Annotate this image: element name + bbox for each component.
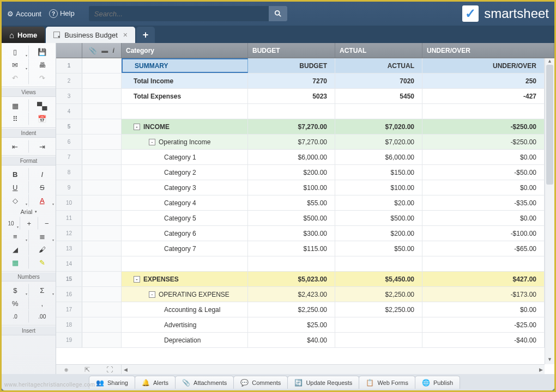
cell-budget[interactable]: $7,270.00 <box>248 119 335 134</box>
vertical-scrollbar[interactable]: ▲ ▼ <box>545 58 554 364</box>
tool-mail-icon[interactable]: ✉▾ <box>2 58 29 71</box>
scroll-thumb[interactable] <box>546 65 553 185</box>
cell-underover[interactable]: -$100.00 <box>422 226 545 241</box>
cell-category[interactable]: Depreciation <box>122 333 248 347</box>
cell-underover[interactable]: -$173.00 <box>422 287 545 302</box>
toggle-icon[interactable]: - <box>134 276 140 283</box>
view-card-icon[interactable]: ⠿ <box>2 112 29 125</box>
cell-actual[interactable]: $7,020.00 <box>335 134 422 149</box>
cell-underover[interactable]: -$25.00 <box>422 317 545 332</box>
search-button[interactable] <box>269 6 287 21</box>
cell-actual[interactable]: $200.00 <box>335 226 422 241</box>
cell-budget[interactable]: $55.00 <box>248 195 335 210</box>
thousands-icon[interactable]: , <box>29 297 56 310</box>
cell-category[interactable]: SUMMARY <box>122 58 248 73</box>
cell-underover[interactable] <box>422 104 545 119</box>
cell-budget[interactable]: $40.00 <box>248 333 335 347</box>
cell-actual[interactable]: 7020 <box>335 74 422 88</box>
cell-budget[interactable]: $100.00 <box>248 180 335 195</box>
grid-row[interactable]: 14 <box>56 256 545 272</box>
cell-actual[interactable]: $500.00 <box>335 211 422 225</box>
cell-category[interactable] <box>122 256 248 271</box>
decrease-decimal-icon[interactable]: .0 <box>2 310 29 323</box>
tab-sheet[interactable]: Business Budget × <box>46 27 135 43</box>
tab-webforms[interactable]: 📋Web Forms <box>359 376 415 389</box>
view-gantt-icon[interactable]: ▀▄ <box>29 99 56 112</box>
grid-row[interactable]: 13Category 7$115.00$50.00-$65.00 <box>56 241 545 256</box>
align-v-icon[interactable]: ≣▾ <box>29 230 56 243</box>
cell-actual[interactable]: ACTUAL <box>335 58 422 73</box>
grid-row[interactable]: 18Advertising$25.00-$25.00 <box>56 317 545 333</box>
cell-actual[interactable]: $20.00 <box>335 195 422 210</box>
cell-budget[interactable]: BUDGET <box>248 58 335 73</box>
grid-row[interactable]: 7Category 1$6,000.00$6,000.00$0.00 <box>56 150 545 165</box>
close-icon[interactable]: × <box>123 30 128 39</box>
horizontal-scrollbar[interactable]: ⎈ ⇱ ⛶ ◀ ▶ <box>56 364 545 374</box>
account-link[interactable]: Account <box>7 10 41 18</box>
tool-redo-icon[interactable]: ↷ <box>29 71 56 84</box>
cell-budget[interactable]: $5,023.00 <box>248 272 335 286</box>
scroll-left-icon[interactable]: ◀ <box>122 367 129 372</box>
cell-underover[interactable]: -$250.00 <box>422 134 545 149</box>
grid-row[interactable]: 16-OPERATING EXPENSE$2,423.00$2,250.00-$… <box>56 287 545 302</box>
sum-icon[interactable]: Σ▾ <box>29 284 56 297</box>
cell-budget[interactable]: $300.00 <box>248 226 335 241</box>
grid-row[interactable]: 15-EXPENSES$5,023.00$5,450.00$427.00 <box>56 272 545 287</box>
cell-budget[interactable]: $2,250.00 <box>248 302 335 317</box>
cell-budget[interactable]: $200.00 <box>248 165 335 180</box>
align-h-icon[interactable]: ≡▾ <box>2 230 29 243</box>
goto-icon[interactable]: ⎈ <box>64 366 68 373</box>
font-name-select[interactable]: Arial▾ <box>2 207 56 217</box>
cell-budget[interactable]: $6,000.00 <box>248 150 335 164</box>
cell-actual[interactable]: $50.00 <box>335 241 422 256</box>
cell-category[interactable]: -INCOME <box>122 119 248 134</box>
col-budget[interactable]: BUDGET <box>248 43 335 58</box>
scroll-right-icon[interactable]: ▶ <box>537 367 545 372</box>
cell-underover[interactable]: -$250.00 <box>422 119 545 134</box>
tool-sheet-icon[interactable]: ▯▾ <box>2 45 29 58</box>
tab-sharing[interactable]: 👥Sharing <box>89 376 135 389</box>
italic-icon[interactable]: I <box>29 168 56 181</box>
cell-actual[interactable]: $2,250.00 <box>335 302 422 317</box>
grid-row[interactable]: 19Depreciation$40.00-$40.00 <box>56 333 545 348</box>
cell-category[interactable]: Category 7 <box>122 241 248 256</box>
currency-icon[interactable]: $▾ <box>2 284 29 297</box>
cell-underover[interactable]: -$35.00 <box>422 195 545 210</box>
grid-row[interactable]: 4 <box>56 104 545 119</box>
clear-format-icon[interactable]: ◢ <box>2 243 29 256</box>
cell-budget[interactable]: 5023 <box>248 89 335 103</box>
cell-budget[interactable]: $2,423.00 <box>248 287 335 302</box>
cell-actual[interactable]: $150.00 <box>335 165 422 180</box>
cell-budget[interactable]: $7,270.00 <box>248 134 335 149</box>
tool-print-icon[interactable]: 🖶 <box>29 58 56 71</box>
cell-actual[interactable] <box>335 256 422 271</box>
cell-underover[interactable] <box>422 256 545 271</box>
cell-category[interactable]: Category 5 <box>122 211 248 225</box>
font-size-select[interactable]: 10▾ <box>2 217 20 230</box>
view-calendar-icon[interactable]: 📅 <box>29 112 56 125</box>
cell-budget[interactable]: $115.00 <box>248 241 335 256</box>
tab-publish[interactable]: 🌐Publish <box>415 376 460 389</box>
tab-alerts[interactable]: 🔔Alerts <box>135 376 176 389</box>
cell-actual[interactable] <box>335 104 422 119</box>
cell-underover[interactable]: $0.00 <box>422 180 545 195</box>
font-decrease-icon[interactable]: − <box>38 217 56 230</box>
cell-underover[interactable]: -$50.00 <box>422 165 545 180</box>
toggle-icon[interactable]: - <box>134 124 140 130</box>
font-increase-icon[interactable]: + <box>20 217 38 230</box>
cell-underover[interactable]: UNDER/OVER <box>422 58 545 73</box>
cell-category[interactable] <box>122 104 248 119</box>
outdent-icon[interactable]: ⇤ <box>2 140 29 153</box>
grid-row[interactable]: 9Category 3$100.00$100.00$0.00 <box>56 180 545 195</box>
cell-underover[interactable]: 250 <box>422 74 545 88</box>
cell-category[interactable]: Accounting & Legal <box>122 302 248 317</box>
format-painter-icon[interactable]: 🖌 <box>29 243 56 256</box>
col-category[interactable]: Category <box>122 43 248 58</box>
cell-budget[interactable]: 7270 <box>248 74 335 88</box>
tab-updates[interactable]: 🔄Update Requests <box>287 376 359 389</box>
tab-comments[interactable]: 💬Comments <box>233 376 288 389</box>
cell-actual[interactable]: $6,000.00 <box>335 150 422 164</box>
expand-icon[interactable]: ⛶ <box>106 366 113 373</box>
cell-category[interactable]: Total Income <box>122 74 248 88</box>
grid-row[interactable]: 2Total Income72707020250 <box>56 74 545 89</box>
